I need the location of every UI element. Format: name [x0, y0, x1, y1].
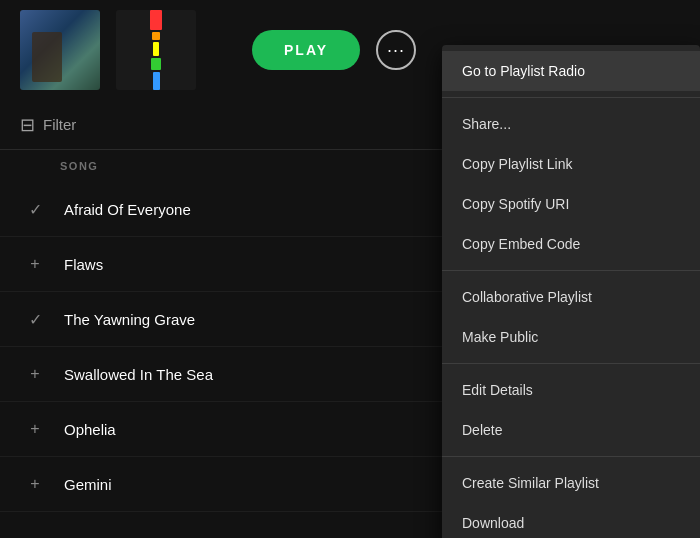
song-title-1: Afraid Of Everyone	[64, 201, 191, 218]
song-title-3: The Yawning Grave	[64, 311, 195, 328]
menu-item-copy-embed-code[interactable]: Copy Embed Code	[442, 224, 700, 264]
color-bar-4	[151, 58, 161, 70]
ellipsis-icon: ···	[387, 40, 405, 61]
song-row-6[interactable]: + Gemini	[0, 457, 445, 512]
menu-item-copy-spotify-uri[interactable]: Copy Spotify URI	[442, 184, 700, 224]
song-title-2: Flaws	[64, 256, 103, 273]
color-bar-2	[152, 32, 160, 40]
menu-item-delete[interactable]: Delete	[442, 410, 700, 450]
song-row-1[interactable]: ✓ Afraid Of Everyone	[0, 182, 445, 237]
album-art-1	[20, 10, 100, 90]
menu-item-edit-details[interactable]: Edit Details	[442, 370, 700, 410]
song-title-6: Gemini	[64, 476, 112, 493]
song-row-3[interactable]: ✓ The Yawning Grave	[0, 292, 445, 347]
song-add-icon-5: +	[20, 420, 50, 438]
song-row-2[interactable]: + Flaws	[0, 237, 445, 292]
menu-item-go-to-playlist-radio[interactable]: Go to Playlist Radio	[442, 51, 700, 91]
menu-divider-1	[442, 97, 700, 98]
color-bar-1	[150, 10, 162, 30]
menu-item-download[interactable]: Download	[442, 503, 700, 538]
menu-item-collaborative-playlist[interactable]: Collaborative Playlist	[442, 277, 700, 317]
filter-label: Filter	[43, 116, 76, 133]
song-add-icon-6: +	[20, 475, 50, 493]
song-check-icon-1: ✓	[20, 200, 50, 219]
more-options-button[interactable]: ···	[376, 30, 416, 70]
song-add-icon-4: +	[20, 365, 50, 383]
menu-item-copy-playlist-link[interactable]: Copy Playlist Link	[442, 144, 700, 184]
menu-item-share[interactable]: Share...	[442, 104, 700, 144]
context-menu: Go to Playlist Radio Share... Copy Playl…	[442, 45, 700, 538]
color-bar-3	[153, 42, 159, 57]
song-title-4: Swallowed In The Sea	[64, 366, 213, 383]
menu-divider-2	[442, 270, 700, 271]
play-button[interactable]: PLAY	[252, 30, 360, 70]
album-art-2	[116, 10, 196, 90]
song-title-5: Ophelia	[64, 421, 116, 438]
song-row-4[interactable]: + Swallowed In The Sea	[0, 347, 445, 402]
menu-divider-3	[442, 363, 700, 364]
song-row-5[interactable]: + Ophelia	[0, 402, 445, 457]
color-bar-5	[153, 72, 160, 90]
filter-icon: ⊟	[20, 114, 35, 136]
song-list: SONG ✓ Afraid Of Everyone + Flaws ✓ The …	[0, 150, 445, 538]
song-check-icon-3: ✓	[20, 310, 50, 329]
song-add-icon-2: +	[20, 255, 50, 273]
menu-item-make-public[interactable]: Make Public	[442, 317, 700, 357]
song-column-header: SONG	[0, 150, 445, 182]
menu-divider-4	[442, 456, 700, 457]
menu-item-create-similar-playlist[interactable]: Create Similar Playlist	[442, 463, 700, 503]
